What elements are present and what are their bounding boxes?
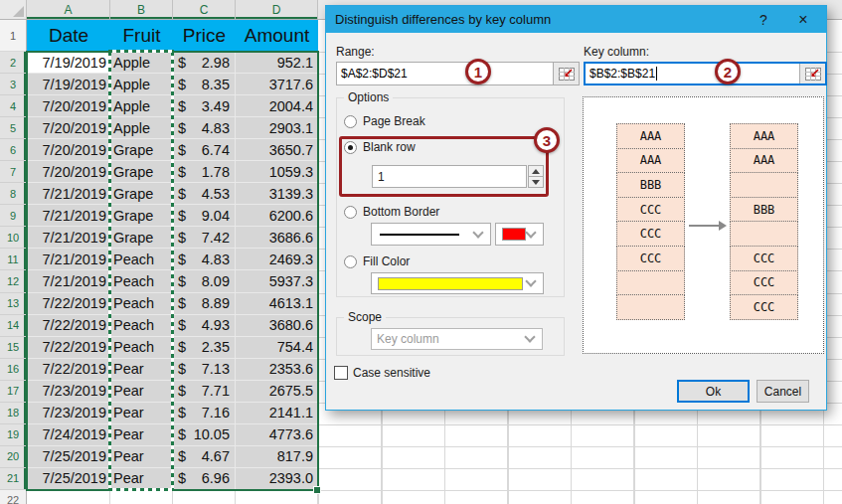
- cell-price[interactable]: $8.09: [173, 270, 236, 292]
- key-column-picker-icon[interactable]: [799, 64, 825, 84]
- cell-date[interactable]: 7/20/2019: [27, 139, 110, 161]
- cell-date[interactable]: 7/21/2019: [27, 205, 110, 227]
- cell-amount[interactable]: 2353.6: [236, 359, 318, 381]
- row-header[interactable]: 6: [0, 139, 27, 161]
- column-header-a[interactable]: A: [27, 0, 110, 19]
- cell-date[interactable]: 7/22/2019: [27, 293, 110, 315]
- checkbox-icon[interactable]: [334, 366, 348, 380]
- row-header[interactable]: 13: [0, 293, 27, 315]
- row-header-1[interactable]: 1: [0, 20, 27, 52]
- cell-empty[interactable]: [173, 490, 236, 504]
- cell-amount[interactable]: 3650.7: [236, 139, 318, 161]
- cell-date[interactable]: 7/20/2019: [27, 117, 110, 139]
- key-column-input[interactable]: $B$2:$B$21: [584, 62, 827, 85]
- row-header[interactable]: 7: [0, 161, 27, 183]
- cell-amount[interactable]: 2675.5: [236, 381, 318, 403]
- cell-date[interactable]: 7/21/2019: [27, 227, 110, 249]
- row-header[interactable]: 2: [0, 52, 27, 74]
- row-header[interactable]: 17: [0, 381, 27, 403]
- row-header[interactable]: 14: [0, 315, 27, 337]
- cell-fruit[interactable]: Grape: [110, 161, 173, 183]
- row-header[interactable]: 22: [0, 490, 27, 504]
- row-header[interactable]: 8: [0, 183, 27, 205]
- cell-price[interactable]: $4.83: [173, 249, 236, 270]
- cell-fruit[interactable]: Pear: [110, 381, 173, 403]
- cell-amount[interactable]: 6200.6: [236, 205, 318, 227]
- cancel-button[interactable]: Cancel: [757, 380, 809, 403]
- cell-price[interactable]: $9.04: [173, 205, 236, 227]
- radio-selected-icon[interactable]: [344, 141, 357, 154]
- spinner-up-button[interactable]: [528, 165, 544, 177]
- row-header[interactable]: 3: [0, 74, 27, 95]
- cell-price[interactable]: $2.35: [173, 337, 236, 359]
- range-value[interactable]: $A$2:$D$21: [337, 63, 553, 84]
- cell-amount[interactable]: 2004.4: [236, 95, 318, 117]
- cell-price[interactable]: $7.16: [173, 403, 236, 424]
- radio-fill-color[interactable]: Fill Color: [344, 254, 410, 268]
- range-input[interactable]: $A$2:$D$21: [336, 62, 580, 85]
- cell-date[interactable]: 7/23/2019: [27, 381, 110, 403]
- cell-date[interactable]: 7/20/2019: [27, 161, 110, 183]
- row-header[interactable]: 11: [0, 249, 27, 270]
- cell-fruit[interactable]: Peach: [110, 293, 173, 315]
- row-header[interactable]: 16: [0, 359, 27, 381]
- cell-date[interactable]: 7/22/2019: [27, 337, 110, 359]
- close-button[interactable]: ×: [788, 6, 818, 33]
- cell-date[interactable]: 7/19/2019: [27, 74, 110, 95]
- cell-price[interactable]: $7.71: [173, 381, 236, 403]
- cell-amount[interactable]: 2469.3: [236, 249, 318, 270]
- cell-price[interactable]: $8.35: [173, 74, 236, 95]
- cell-date[interactable]: 7/21/2019: [27, 183, 110, 205]
- cell-amount[interactable]: 3139.3: [236, 183, 318, 205]
- spinner-down-button[interactable]: [528, 177, 544, 188]
- cell-amount[interactable]: 2393.0: [236, 468, 318, 490]
- cell-date[interactable]: 7/20/2019: [27, 95, 110, 117]
- cell-fruit[interactable]: Apple: [110, 117, 173, 139]
- cell-fruit[interactable]: Peach: [110, 270, 173, 292]
- cell-amount[interactable]: 2141.1: [236, 403, 318, 424]
- row-header[interactable]: 15: [0, 337, 27, 359]
- column-header-c[interactable]: C: [173, 0, 236, 19]
- radio-blank-row[interactable]: Blank row: [344, 140, 416, 154]
- cell-fruit[interactable]: Apple: [110, 95, 173, 117]
- cell-fruit[interactable]: Grape: [110, 227, 173, 249]
- cell-fruit[interactable]: Pear: [110, 468, 173, 490]
- cell-amount[interactable]: 952.1: [236, 52, 318, 74]
- row-header[interactable]: 9: [0, 205, 27, 227]
- cell-amount[interactable]: 2903.1: [236, 117, 318, 139]
- row-header[interactable]: 19: [0, 424, 27, 446]
- row-header[interactable]: 18: [0, 403, 27, 424]
- cell-price[interactable]: $8.89: [173, 293, 236, 315]
- cell-date[interactable]: 7/21/2019: [27, 249, 110, 270]
- cell-header-date[interactable]: Date: [27, 20, 110, 52]
- cell-amount[interactable]: 3680.6: [236, 315, 318, 337]
- cell-fruit[interactable]: Pear: [110, 446, 173, 468]
- scope-dropdown[interactable]: Key column: [371, 328, 543, 350]
- cell-date[interactable]: 7/25/2019: [27, 446, 110, 468]
- fill-color-dropdown[interactable]: [371, 272, 544, 294]
- cell-fruit[interactable]: Apple: [110, 74, 173, 95]
- radio-icon[interactable]: [344, 206, 357, 219]
- help-button[interactable]: ?: [749, 6, 778, 33]
- column-header-d[interactable]: D: [236, 0, 318, 19]
- cell-fruit[interactable]: Peach: [110, 249, 173, 270]
- key-column-value[interactable]: $B$2:$B$21: [586, 64, 799, 84]
- cell-date[interactable]: 7/22/2019: [27, 315, 110, 337]
- blank-row-count-input[interactable]: 1: [372, 165, 527, 188]
- select-all-corner[interactable]: [0, 0, 27, 19]
- row-header[interactable]: 12: [0, 270, 27, 292]
- cell-price[interactable]: $6.74: [173, 139, 236, 161]
- cell-empty[interactable]: [236, 490, 318, 504]
- cell-fruit[interactable]: Pear: [110, 424, 173, 446]
- cell-price[interactable]: $10.05: [173, 424, 236, 446]
- cell-price[interactable]: $4.53: [173, 183, 236, 205]
- cell-price[interactable]: $3.49: [173, 95, 236, 117]
- radio-icon[interactable]: [344, 255, 357, 268]
- cell-date[interactable]: 7/23/2019: [27, 403, 110, 424]
- radio-bottom-border[interactable]: Bottom Border: [344, 205, 439, 219]
- radio-icon[interactable]: [344, 115, 357, 128]
- cell-price[interactable]: $2.98: [173, 52, 236, 74]
- column-header-b[interactable]: B: [110, 0, 173, 19]
- border-color-dropdown[interactable]: [495, 223, 544, 246]
- cell-fruit[interactable]: Grape: [110, 139, 173, 161]
